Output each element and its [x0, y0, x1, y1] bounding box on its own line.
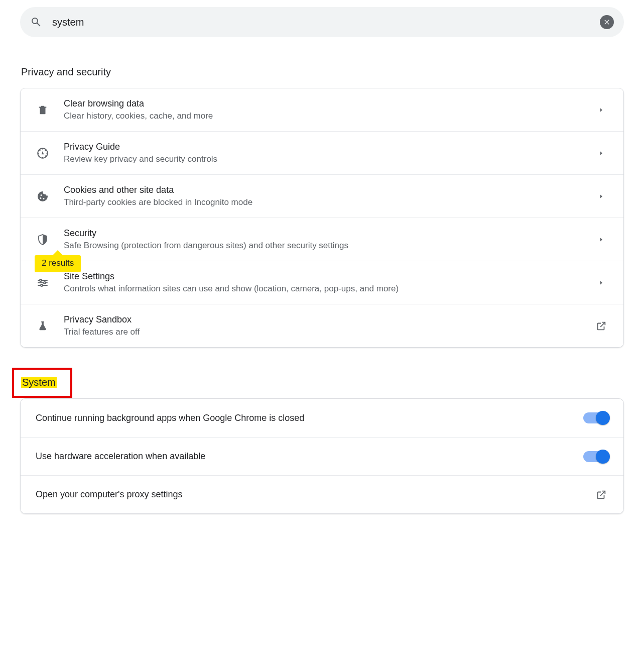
row-title: Site Settings	[64, 271, 594, 282]
search-icon	[30, 16, 42, 28]
row-text: Cookies and other site data Third-party …	[64, 185, 594, 207]
trash-icon	[36, 103, 50, 117]
chevron-right-icon	[594, 189, 608, 203]
site-settings-row[interactable]: 2 results Site Settings Controls what in…	[21, 261, 623, 304]
chevron-right-icon	[594, 103, 608, 117]
row-text: Privacy Sandbox Trial features are off	[64, 314, 594, 337]
clear-search-button[interactable]	[600, 15, 614, 29]
compass-icon	[36, 146, 50, 160]
row-subtitle: Trial features are off	[64, 327, 594, 337]
cookie-icon	[36, 189, 50, 203]
system-section-header: System	[21, 377, 57, 388]
row-subtitle: Review key privacy and security controls	[64, 154, 594, 164]
row-title: Continue running background apps when Go…	[36, 413, 583, 423]
privacy-guide-row[interactable]: Privacy Guide Review key privacy and sec…	[21, 131, 623, 174]
proxy-settings-row[interactable]: Open your computer's proxy settings	[21, 475, 623, 513]
search-input[interactable]	[51, 16, 591, 29]
results-bubble: 2 results	[35, 255, 81, 272]
row-subtitle: Controls what information sites can use …	[64, 284, 594, 294]
row-title: Privacy Sandbox	[64, 314, 594, 325]
svg-point-7	[41, 284, 43, 286]
row-title: Clear browsing data	[64, 98, 594, 109]
row-subtitle: Third-party cookies are blocked in Incog…	[64, 197, 594, 207]
background-apps-row[interactable]: Continue running background apps when Go…	[21, 399, 623, 437]
open-external-icon	[594, 488, 608, 502]
privacy-section-header: Privacy and security	[21, 66, 624, 78]
search-bar[interactable]	[20, 7, 624, 37]
flask-icon	[36, 319, 50, 333]
open-external-icon	[594, 319, 608, 333]
clear-browsing-data-row[interactable]: Clear browsing data Clear history, cooki…	[21, 88, 623, 131]
shield-icon	[36, 233, 50, 247]
system-section-header-wrap: System	[21, 377, 57, 388]
chevron-right-icon	[594, 146, 608, 160]
row-title: Use hardware acceleration when available	[36, 451, 583, 462]
cookies-row[interactable]: Cookies and other site data Third-party …	[21, 174, 623, 218]
hardware-accel-toggle[interactable]	[583, 451, 608, 462]
settings-page: Privacy and security Clear browsing data…	[0, 0, 644, 534]
row-title: Cookies and other site data	[64, 185, 594, 195]
svg-marker-1	[42, 151, 44, 154]
svg-point-5	[40, 279, 42, 281]
chevron-right-icon	[594, 276, 608, 290]
background-apps-toggle[interactable]	[583, 412, 608, 423]
row-text: Clear browsing data Clear history, cooki…	[64, 98, 594, 121]
row-text: Site Settings Controls what information …	[64, 271, 594, 294]
sliders-icon	[36, 276, 50, 290]
row-subtitle: Safe Browsing (protection from dangerous…	[64, 241, 594, 251]
row-title: Open your computer's proxy settings	[36, 489, 594, 500]
system-card: Continue running background apps when Go…	[20, 398, 624, 514]
row-text: Privacy Guide Review key privacy and sec…	[64, 142, 594, 164]
row-title: Security	[64, 228, 594, 239]
row-title: Privacy Guide	[64, 142, 594, 152]
hardware-accel-row[interactable]: Use hardware acceleration when available	[21, 437, 623, 475]
privacy-card: Clear browsing data Clear history, cooki…	[20, 88, 624, 348]
chevron-right-icon	[594, 233, 608, 247]
privacy-sandbox-row[interactable]: Privacy Sandbox Trial features are off	[21, 304, 623, 347]
row-text: Security Safe Browsing (protection from …	[64, 228, 594, 251]
svg-point-6	[44, 282, 46, 284]
security-row[interactable]: Security Safe Browsing (protection from …	[21, 218, 623, 261]
row-subtitle: Clear history, cookies, cache, and more	[64, 111, 594, 121]
